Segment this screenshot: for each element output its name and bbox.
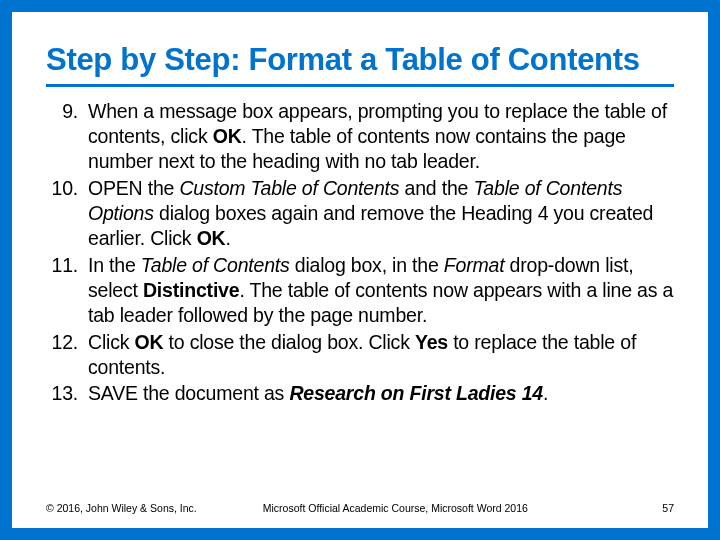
- step-text: In the Table of Contents dialog box, in …: [88, 253, 674, 328]
- step-number: 10.: [46, 176, 88, 251]
- step-number: 11.: [46, 253, 88, 328]
- step-number: 13.: [46, 381, 88, 406]
- list-item: 12. Click OK to close the dialog box. Cl…: [46, 330, 674, 380]
- step-text: OPEN the Custom Table of Contents and th…: [88, 176, 674, 251]
- step-text: Click OK to close the dialog box. Click …: [88, 330, 674, 380]
- steps-list: 9. When a message box appears, prompting…: [46, 99, 674, 406]
- step-text: When a message box appears, prompting yo…: [88, 99, 674, 174]
- footer: © 2016, John Wiley & Sons, Inc. Microsof…: [46, 502, 674, 514]
- step-text: SAVE the document as Research on First L…: [88, 381, 674, 406]
- step-number: 9.: [46, 99, 88, 174]
- step-number: 12.: [46, 330, 88, 380]
- list-item: 11. In the Table of Contents dialog box,…: [46, 253, 674, 328]
- footer-course: Microsoft Official Academic Course, Micr…: [197, 502, 663, 514]
- list-item: 13. SAVE the document as Research on Fir…: [46, 381, 674, 406]
- page-title: Step by Step: Format a Table of Contents: [46, 42, 674, 87]
- footer-page-number: 57: [662, 502, 674, 514]
- list-item: 9. When a message box appears, prompting…: [46, 99, 674, 174]
- footer-copyright: © 2016, John Wiley & Sons, Inc.: [46, 502, 197, 514]
- slide: Step by Step: Format a Table of Contents…: [0, 0, 720, 540]
- list-item: 10. OPEN the Custom Table of Contents an…: [46, 176, 674, 251]
